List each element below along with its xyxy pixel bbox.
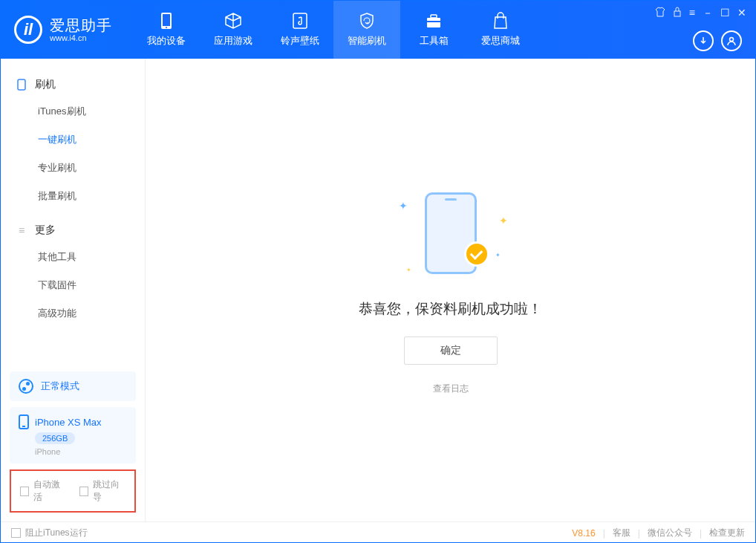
success-illustration: ✦ ✦ ✦ ✦ bbox=[391, 185, 510, 282]
checkbox-icon bbox=[79, 487, 88, 496]
wechat-link[interactable]: 微信公众号 bbox=[648, 527, 692, 539]
shopping-bag-icon bbox=[492, 12, 509, 30]
nav-label: 我的设备 bbox=[147, 34, 186, 48]
main-nav: 我的设备 应用游戏 铃声壁纸 智能刷机 工具箱 bbox=[133, 1, 534, 59]
sidebar: 刷机 iTunes刷机 一键刷机 专业刷机 批量刷机 ≡ 更多 其他工具 下载固… bbox=[1, 59, 146, 521]
logo-icon: il bbox=[14, 16, 42, 44]
user-button[interactable] bbox=[721, 30, 742, 51]
sidebar-item-other-tools[interactable]: 其他工具 bbox=[1, 243, 145, 271]
minimize-button[interactable]: － bbox=[703, 7, 713, 20]
nav-store[interactable]: 爱思商城 bbox=[467, 1, 534, 59]
sidebar-item-download-firmware[interactable]: 下载固件 bbox=[1, 271, 145, 299]
group-title: 刷机 bbox=[35, 78, 56, 91]
nav-label: 应用游戏 bbox=[214, 34, 252, 48]
checkbox-label: 自动激活 bbox=[33, 478, 66, 504]
sparkle-icon: ✦ bbox=[406, 267, 414, 274]
app-header: il 爱思助手 www.i4.cn 我的设备 应用游戏 铃声壁纸 bbox=[1, 1, 755, 59]
sidebar-item-pro-flash[interactable]: 专业刷机 bbox=[1, 154, 145, 182]
status-bar: 阻止iTunes运行 V8.16 | 客服 | 微信公众号 | 检查更新 bbox=[1, 521, 755, 543]
sparkle-icon: ✦ bbox=[399, 200, 406, 207]
close-button[interactable]: ✕ bbox=[737, 7, 746, 20]
device-capacity: 256GB bbox=[35, 432, 75, 444]
svg-rect-7 bbox=[674, 11, 680, 16]
nav-ringtones-wallpapers[interactable]: 铃声壁纸 bbox=[267, 1, 333, 59]
nav-label: 铃声壁纸 bbox=[281, 34, 319, 48]
sidebar-item-batch-flash[interactable]: 批量刷机 bbox=[1, 182, 145, 210]
lock-icon[interactable] bbox=[673, 7, 682, 20]
checkbox-auto-activate[interactable]: 自动激活 bbox=[20, 478, 66, 504]
device-phone-icon bbox=[19, 414, 29, 429]
menu-icon[interactable]: ≡ bbox=[689, 7, 695, 20]
nav-apps-games[interactable]: 应用游戏 bbox=[200, 1, 267, 59]
tshirt-icon[interactable] bbox=[655, 7, 665, 20]
phone-outline-icon bbox=[16, 79, 27, 91]
device-mode-card[interactable]: 正常模式 bbox=[10, 371, 136, 401]
mode-icon bbox=[19, 379, 33, 394]
mode-label: 正常模式 bbox=[41, 380, 79, 393]
svg-rect-5 bbox=[431, 15, 437, 18]
svg-point-2 bbox=[166, 27, 167, 28]
checkbox-label: 阻止iTunes运行 bbox=[25, 527, 88, 539]
view-log-link[interactable]: 查看日志 bbox=[433, 383, 469, 395]
check-update-link[interactable]: 检查更新 bbox=[709, 527, 745, 539]
refresh-shield-icon bbox=[358, 12, 376, 30]
cube-icon bbox=[224, 12, 242, 30]
music-note-icon bbox=[291, 12, 309, 30]
toolbox-icon bbox=[425, 12, 443, 30]
checkbox-icon bbox=[20, 487, 29, 496]
ok-button[interactable]: 确定 bbox=[404, 336, 498, 365]
sparkle-icon: ✦ bbox=[499, 215, 506, 222]
group-title: 更多 bbox=[35, 224, 56, 237]
svg-rect-3 bbox=[293, 13, 307, 28]
sparkle-icon: ✦ bbox=[495, 252, 503, 259]
device-card[interactable]: iPhone XS Max 256GB iPhone bbox=[10, 407, 136, 464]
phone-icon bbox=[157, 12, 175, 30]
sidebar-item-itunes-flash[interactable]: iTunes刷机 bbox=[1, 97, 145, 126]
device-name: iPhone XS Max bbox=[35, 417, 102, 428]
nav-my-device[interactable]: 我的设备 bbox=[133, 1, 200, 59]
app-subtitle: www.i4.cn bbox=[50, 33, 112, 42]
sidebar-group-more: ≡ 更多 bbox=[1, 218, 145, 243]
nav-label: 工具箱 bbox=[420, 34, 449, 48]
nav-label: 智能刷机 bbox=[348, 34, 386, 48]
version-label: V8.16 bbox=[572, 528, 595, 539]
nav-toolbox[interactable]: 工具箱 bbox=[400, 1, 467, 59]
list-icon: ≡ bbox=[16, 224, 27, 236]
svg-rect-6 bbox=[427, 21, 440, 22]
svg-point-8 bbox=[730, 38, 734, 42]
nav-smart-flash[interactable]: 智能刷机 bbox=[333, 1, 400, 59]
device-type: iPhone bbox=[35, 447, 60, 456]
svg-rect-1 bbox=[163, 14, 170, 26]
app-logo: il 爱思助手 www.i4.cn bbox=[1, 16, 126, 44]
download-button[interactable] bbox=[693, 30, 714, 51]
sidebar-group-flash: 刷机 bbox=[1, 72, 145, 97]
checkbox-icon bbox=[11, 528, 21, 538]
app-title: 爱思助手 bbox=[50, 17, 112, 33]
window-controls: ≡ － ☐ ✕ bbox=[655, 7, 746, 20]
sidebar-item-advanced[interactable]: 高级功能 bbox=[1, 299, 145, 328]
checkbox-skip-guide[interactable]: 跳过向导 bbox=[79, 478, 126, 504]
success-message: 恭喜您，保资料刷机成功啦！ bbox=[359, 299, 542, 319]
support-link[interactable]: 客服 bbox=[613, 527, 630, 539]
main-content: ✦ ✦ ✦ ✦ 恭喜您，保资料刷机成功啦！ 确定 查看日志 bbox=[146, 59, 755, 521]
checkbox-label: 跳过向导 bbox=[93, 478, 126, 504]
maximize-button[interactable]: ☐ bbox=[720, 7, 730, 20]
sidebar-item-oneclick-flash[interactable]: 一键刷机 bbox=[1, 126, 145, 154]
options-highlight: 自动激活 跳过向导 bbox=[10, 469, 136, 513]
checkbox-block-itunes[interactable]: 阻止iTunes运行 bbox=[11, 527, 88, 539]
checkmark-badge-icon bbox=[464, 241, 489, 267]
svg-rect-4 bbox=[427, 18, 440, 27]
svg-rect-9 bbox=[18, 79, 25, 90]
nav-label: 爱思商城 bbox=[481, 34, 520, 48]
